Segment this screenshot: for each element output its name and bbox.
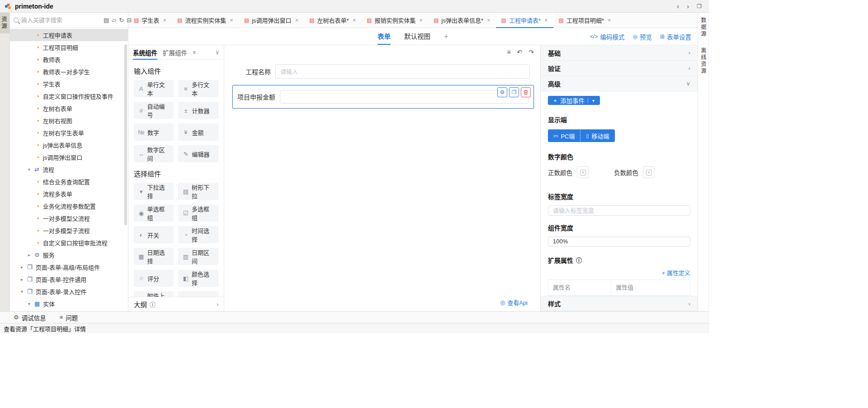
palette-item[interactable]: ▨图片 xyxy=(178,291,218,297)
rail-tab-offline-resources[interactable]: 离线资源 xyxy=(699,46,707,76)
scrollbar-thumb[interactable] xyxy=(124,44,127,225)
outline-bar[interactable]: 大纲 ⓘ › xyxy=(128,297,224,311)
tree-item-page-folder[interactable]: ▾ ❐ 页面-表单-录入控件 xyxy=(10,285,128,298)
project-name-input[interactable] xyxy=(275,64,530,79)
tab-default-view[interactable]: 默认视图 xyxy=(404,28,430,45)
palette-item[interactable]: ▾下拉选择 xyxy=(134,183,174,200)
palette-item[interactable]: ▥日期区间 xyxy=(178,248,218,265)
code-mode-button[interactable]: </> 编码模式 xyxy=(590,32,624,41)
field-settings-button[interactable]: ⚙ xyxy=(497,87,507,97)
palette-item[interactable]: ±计数器 xyxy=(178,102,218,119)
close-icon[interactable]: × xyxy=(230,17,233,24)
palette-item[interactable]: ◧颜色选择 xyxy=(178,270,218,287)
close-icon[interactable]: × xyxy=(295,17,299,24)
palette-item[interactable]: ◉单选框组 xyxy=(134,204,174,222)
palette-item[interactable]: ◔时间选择 xyxy=(178,226,218,243)
chevron-down-icon[interactable]: ▾ xyxy=(28,301,34,306)
close-icon[interactable]: × xyxy=(163,17,166,24)
close-icon[interactable]: × xyxy=(608,17,611,24)
editor-tab[interactable]: ▤ js弹出表单信息* × xyxy=(428,13,495,28)
mobile-display-button[interactable]: ▯ 移动端 xyxy=(580,129,614,142)
redo-icon[interactable]: ↷ xyxy=(528,49,534,55)
chevron-down-icon[interactable]: ▾ xyxy=(21,289,27,294)
tree-item[interactable]: ● 工程申请表 xyxy=(10,29,128,41)
tree-item[interactable]: ● js调用弹出窗口 xyxy=(10,151,128,163)
window-restore-icon[interactable]: ❐ xyxy=(694,4,704,9)
tree-item[interactable]: ● 工程项目明细 xyxy=(10,41,128,53)
rail-tab-datasource[interactable]: 数据源 xyxy=(699,15,707,39)
chevron-down-icon[interactable]: ▾ xyxy=(28,167,34,172)
close-icon[interactable]: × xyxy=(544,17,548,24)
nav-forward-icon[interactable]: › xyxy=(684,3,691,9)
chevron-down-icon[interactable]: ∨ xyxy=(215,49,219,56)
tab-form[interactable]: 表单 xyxy=(377,28,391,45)
undo-icon[interactable]: ↶ xyxy=(517,49,523,55)
tree-item-services-folder[interactable]: ▸ ⚙ 服务 xyxy=(10,249,128,261)
palette-item[interactable]: ▦日期选择 xyxy=(134,248,174,265)
palette-item[interactable]: ≡多行文本 xyxy=(178,80,218,97)
structure-icon[interactable]: ≡ xyxy=(507,49,510,55)
tree-item[interactable]: ● 一对多模型父流程 xyxy=(10,212,128,224)
refresh-icon[interactable]: ↻ xyxy=(119,17,124,23)
tree-item[interactable]: ● 自定义窗口操作按钮及事件 xyxy=(10,90,128,102)
section-advanced[interactable]: 高级 ∨ xyxy=(541,76,698,91)
problems-button[interactable]: ≡ 问题 xyxy=(60,313,78,322)
tree-item-page-folder[interactable]: ▸ ❐ 页面-表单-高级/布局组件 xyxy=(10,261,128,273)
chevron-right-icon[interactable]: ▸ xyxy=(21,277,27,282)
palette-item[interactable]: ¥金额 xyxy=(178,123,218,141)
form-field-project-name[interactable]: 工程名称 xyxy=(228,64,540,79)
sidebar-scrollbar[interactable] xyxy=(124,44,127,298)
pc-display-button[interactable]: ▭ PC端 xyxy=(548,129,580,142)
editor-tab[interactable]: ▤ 报销实例实体集 × xyxy=(361,13,428,28)
add-event-button[interactable]: + 添加事件 ▾ xyxy=(548,96,600,105)
declared-amount-input[interactable] xyxy=(280,90,529,104)
tree-item[interactable]: ● 教师表 xyxy=(10,53,128,66)
preview-button[interactable]: ◎ 预览 xyxy=(632,32,651,41)
chevron-right-icon[interactable]: ▸ xyxy=(21,265,27,270)
tree-item[interactable]: ● 自定义窗口按钮审批流程 xyxy=(10,237,128,249)
editor-tab-active[interactable]: ▤ 工程申请表* × xyxy=(496,13,553,28)
label-width-input[interactable] xyxy=(548,205,690,215)
tree-item[interactable]: ● 流程多表单 xyxy=(10,188,128,200)
tree-item[interactable]: ● 教师表一对多学生 xyxy=(10,66,128,78)
folder-icon[interactable]: ▱ xyxy=(112,17,116,23)
positive-color-picker[interactable]: × xyxy=(577,166,589,178)
menu-icon[interactable]: ≡ xyxy=(193,49,196,56)
palette-item[interactable]: ✎编辑器 xyxy=(178,145,218,162)
section-validation[interactable]: 验证 › xyxy=(541,61,698,76)
tab-system-components[interactable]: 系统组件 xyxy=(133,45,157,59)
add-view-button[interactable]: + xyxy=(444,28,448,45)
property-define-link[interactable]: + 属性定义 xyxy=(662,268,690,277)
section-style[interactable]: 样式 › xyxy=(541,296,698,311)
close-icon[interactable]: × xyxy=(420,17,423,24)
palette-item[interactable]: #自动编号 xyxy=(134,102,174,119)
palette-item[interactable]: №数字 xyxy=(134,123,174,141)
tree-item-entity-folder[interactable]: ▾ ▦ 实体 xyxy=(10,298,128,310)
search-input[interactable] xyxy=(21,17,101,24)
section-basic[interactable]: 基础 › xyxy=(541,45,698,61)
palette-item[interactable]: ☑多选框组 xyxy=(178,204,218,222)
debug-info-button[interactable]: ⚙ 调试信息 xyxy=(14,313,46,322)
tree-item[interactable]: ● 左树右表单 xyxy=(10,102,128,114)
selected-field-declared-amount[interactable]: ⚙ ❐ 项目申报金额 xyxy=(232,85,534,109)
tab-extension-components[interactable]: 扩展组件 xyxy=(163,45,187,59)
negative-color-picker[interactable]: × xyxy=(643,166,655,178)
tree-item[interactable]: ● 左树右学生表单 xyxy=(10,127,128,139)
palette-item[interactable]: ↔数字区间 xyxy=(134,145,174,162)
field-delete-button[interactable] xyxy=(521,87,531,97)
rail-tab-resources[interactable]: 资源 xyxy=(0,13,9,33)
editor-tab[interactable]: ▤ js调用弹出窗口 × xyxy=(239,13,304,28)
palette-item[interactable]: A单行文本 xyxy=(134,80,174,97)
tree-item-process-folder[interactable]: ▾ ⇄ 流程 xyxy=(10,163,128,176)
editor-tab[interactable]: ▤ 流程实例实体集 × xyxy=(172,13,239,28)
tree-item[interactable]: ● 左树右视图 xyxy=(10,114,128,127)
tree-item[interactable]: ● js弹出表单信息 xyxy=(10,139,128,151)
form-settings-button[interactable]: ⊞ 表单设置 xyxy=(660,32,691,41)
component-width-input[interactable] xyxy=(548,237,690,247)
palette-item[interactable]: ⇧附件上传 xyxy=(134,291,174,297)
chevron-right-icon[interactable]: ▸ xyxy=(28,252,34,257)
tree-item[interactable]: ● 学生表 xyxy=(10,78,128,90)
nav-back-icon[interactable]: ‹ xyxy=(675,3,681,9)
view-api-link[interactable]: ◎ 查看Api xyxy=(500,298,528,307)
close-icon[interactable]: × xyxy=(353,17,356,24)
